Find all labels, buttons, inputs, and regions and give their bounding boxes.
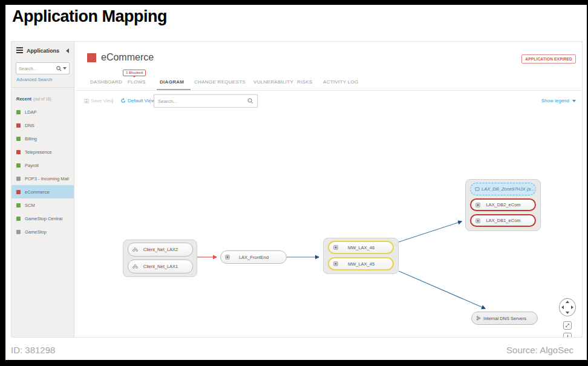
node-client-net-lax2[interactable]: Client_Net_LAX2 xyxy=(128,243,193,257)
sidebar-item-payroll[interactable]: Payroll xyxy=(11,158,74,172)
sidebar-item-pop3[interactable]: POP3 - Incoming Mail xyxy=(11,172,74,185)
recent-label: Recent xyxy=(16,96,31,102)
node-internal-dns-servers[interactable]: Internal DNS Servers xyxy=(471,312,538,325)
advanced-search-link[interactable]: Advanced Search xyxy=(16,77,69,82)
status-square xyxy=(16,123,21,128)
edge-mw-to-db xyxy=(399,221,462,242)
main-content: eCommerce APPLICATION EXPIRED 1 Blocked … xyxy=(74,42,582,337)
sidebar-title: Applications xyxy=(27,48,59,54)
fit-to-screen-button[interactable] xyxy=(563,321,572,330)
node-mw-lax-46[interactable]: MW_LAX_46 xyxy=(328,241,394,254)
node-lax-db1-ecom[interactable]: LAX_DB1_eCom xyxy=(470,214,536,227)
status-square xyxy=(16,110,21,114)
search-options-caret-icon[interactable] xyxy=(63,67,67,70)
server-icon xyxy=(225,255,232,260)
node-mw-lax-45[interactable]: MW_LAX_45 xyxy=(328,257,394,270)
sidebar-item-gamestop[interactable]: GameStop xyxy=(11,225,74,238)
server-icon xyxy=(333,245,340,250)
sidebar-search-box[interactable] xyxy=(16,62,70,74)
search-icon xyxy=(56,66,62,71)
status-square xyxy=(16,217,21,221)
applications-sidebar: Applications Advanced Search Recent(out … xyxy=(11,42,74,337)
pan-right-icon[interactable] xyxy=(571,306,573,309)
page-title: Application Mapping xyxy=(12,7,167,26)
source-label: Source: AlgoSec xyxy=(506,345,573,355)
node-lax-db2-ecom[interactable]: LAX_DB2_eCom xyxy=(470,198,536,211)
hamburger-icon[interactable] xyxy=(16,47,23,54)
dns-icon xyxy=(476,316,483,321)
sidebar-item-ecommerce[interactable]: eCommerce xyxy=(11,185,74,198)
pan-down-icon[interactable] xyxy=(566,312,569,314)
status-square xyxy=(16,150,21,154)
sidebar-item-ldap[interactable]: LDAP xyxy=(11,105,74,119)
node-lax-frontend[interactable]: LAX_FrontEnd xyxy=(220,250,287,264)
node-lax-db-zone[interactable]: LAX_DB_Zone97HJX (a... xyxy=(470,183,536,195)
edge-mw-to-dns xyxy=(399,271,485,309)
sidebar-search-input[interactable] xyxy=(19,66,56,71)
status-square xyxy=(16,177,21,181)
recent-count: (out of 18) xyxy=(33,97,51,101)
status-square xyxy=(16,137,21,141)
sidebar-header: Applications xyxy=(11,42,74,58)
network-icon xyxy=(132,247,139,252)
center-icon xyxy=(565,335,570,338)
zone-icon xyxy=(475,187,482,191)
status-square xyxy=(16,163,21,168)
diagram-pan-control[interactable] xyxy=(559,298,576,316)
sidebar-item-telepresence[interactable]: Telepresence xyxy=(11,145,74,158)
sidebar-item-gamestop-central[interactable]: GameStop Central xyxy=(11,212,74,225)
status-square xyxy=(16,230,21,234)
collapse-sidebar-icon[interactable] xyxy=(66,48,69,53)
pan-up-icon[interactable] xyxy=(566,301,569,303)
center-view-button[interactable] xyxy=(563,333,572,338)
network-icon xyxy=(132,264,139,269)
node-client-net-lax1[interactable]: Client_Net_LAX1 xyxy=(128,260,193,273)
status-square xyxy=(16,203,21,208)
server-icon xyxy=(475,218,482,223)
server-icon xyxy=(333,261,340,266)
status-square xyxy=(16,190,21,194)
server-icon xyxy=(475,203,482,208)
app-screenshot: Applications Advanced Search Recent(out … xyxy=(11,41,583,338)
fit-icon xyxy=(565,323,570,328)
sidebar-item-dns[interactable]: DNS xyxy=(11,119,74,132)
pan-left-icon[interactable] xyxy=(561,306,564,309)
recent-section-header: Recent(out of 18) xyxy=(11,87,74,105)
sidebar-item-billing[interactable]: Billing xyxy=(11,132,74,145)
sidebar-item-scm[interactable]: SCM xyxy=(11,198,74,212)
image-id-label: ID: 381298 xyxy=(11,345,55,355)
